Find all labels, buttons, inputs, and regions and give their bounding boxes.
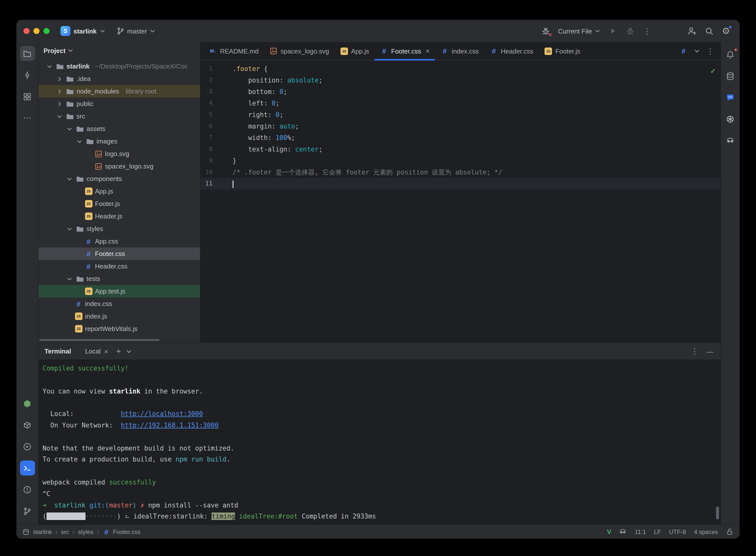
chevron-down-icon[interactable] [66,276,73,282]
chevron-right-icon[interactable] [56,76,64,82]
minimize-window-button[interactable] [34,28,39,34]
tab-footer-js[interactable]: JSFooter.js [539,42,586,60]
more-actions-icon[interactable]: ⋮ [641,25,653,37]
line-separator[interactable]: LF [654,528,661,535]
chevron-down-icon[interactable] [66,176,73,182]
tree-item-reportwebvitals-js[interactable]: JSreportWebVitals.js [38,322,200,335]
tree-item-starlink[interactable]: starlink~/Desktop/Projects/SpaceX/Coc [38,60,200,72]
tree-item-footer-css[interactable]: #Footer.css [38,247,200,260]
tree-item-footer-js[interactable]: JSFooter.js [38,198,200,210]
caret-position[interactable]: 11:1 [635,528,646,535]
new-terminal-button[interactable]: + [116,347,121,355]
breadcrumb-item-src[interactable]: src [61,528,69,535]
tab-app-js[interactable]: JSApp.js [335,42,375,60]
chevron-right-icon[interactable] [56,101,64,107]
tree-item-index-css[interactable]: #index.css [38,298,200,310]
chevron-down-icon[interactable] [75,138,83,144]
project-selector[interactable]: S starlink [58,25,109,37]
terminal-scrollbar[interactable] [716,507,719,520]
chevron-down-icon[interactable] [66,226,73,232]
tree-item-header-css[interactable]: #Header.css [38,260,200,273]
tab-index-css[interactable]: #index.css [435,42,484,60]
debugger-disabled-icon[interactable]: × [539,25,552,37]
copilot-status-icon[interactable] [619,528,627,535]
database-button[interactable] [723,69,738,83]
tree-item-assets[interactable]: assets [38,123,200,135]
tree-item-app-js[interactable]: JSApp.js [38,185,200,198]
tree-item-logo-svg[interactable]: logo.svg [38,147,200,160]
tab-footer-css[interactable]: #Footer.css× [375,42,435,60]
tree-item-images[interactable]: images [38,135,200,147]
terminal-url-link[interactable]: http://localhost:3000 [121,410,203,417]
run-button[interactable] [607,25,619,37]
tree-item-public[interactable]: public [38,98,200,110]
debug-button[interactable] [623,25,637,37]
version-control-button[interactable] [20,503,35,519]
breadcrumb-item-styles[interactable]: styles [78,528,93,535]
chevron-right-icon[interactable] [56,88,64,94]
terminal-url-link[interactable]: http://192.168.1.151:3000 [121,421,218,429]
more-button[interactable]: ⋯ [20,110,35,126]
code-area[interactable]: 1.footer {2 position: absolute;3 bottom:… [201,61,721,343]
tree-item-header-js[interactable]: JSHeader.js [38,210,200,222]
hide-terminal-icon[interactable]: — [707,348,714,355]
chevron-down-icon[interactable] [126,348,132,354]
green-v-icon[interactable]: V [607,528,611,535]
tree-item-spacex-logo-svg[interactable]: spacex_logo.svg [38,160,200,173]
run-config-selector[interactable]: Current File [556,27,603,35]
packages-button[interactable] [20,417,35,432]
node-button[interactable] [20,396,35,411]
tree-item-styles[interactable]: styles [38,222,200,235]
chevron-down-icon[interactable] [66,126,73,132]
tree-item-src[interactable]: src [38,110,200,123]
tree-item-tests[interactable]: tests [38,273,200,285]
terminal-output[interactable]: Compiled successfully! You can now view … [38,359,721,524]
project-panel-header[interactable]: Project [38,42,200,59]
tree-item-node-modules[interactable]: node_moduleslibrary root [38,85,200,98]
terminal-tab-local[interactable]: Local × [82,343,111,359]
structure-button[interactable] [20,89,35,104]
chevron-down-icon[interactable] [694,48,700,54]
openai-button[interactable] [723,111,738,127]
unlock-icon[interactable] [726,528,733,535]
breadcrumb-label: src [61,528,69,535]
ai-chat-button[interactable] [723,90,738,105]
breadcrumb-item-footer-css[interactable]: #Footer.css [102,528,140,536]
more-tabs-icon[interactable]: ⋮ [707,47,714,55]
tree-item-components[interactable]: components [38,173,200,185]
inspections-ok-icon[interactable]: ✓ [710,67,716,75]
terminal-button[interactable] [20,460,35,476]
add-user-icon[interactable] [686,25,698,37]
settings-badge [728,26,732,29]
file-encoding[interactable]: UTF-8 [669,528,686,535]
run-config-label: Current File [558,27,592,35]
terminal-panel-title[interactable]: Terminal [44,347,71,355]
notifications-button[interactable] [723,47,738,62]
hidden-tab-icon[interactable]: # [680,47,687,55]
close-window-button[interactable] [24,28,30,34]
settings-icon[interactable]: ⚙ [720,25,732,37]
tree-item-index-js[interactable]: JSindex.js [38,310,200,322]
zoom-window-button[interactable] [43,28,49,34]
chevron-down-icon[interactable] [45,63,54,69]
close-icon[interactable]: × [104,348,108,355]
problems-button[interactable] [20,482,35,497]
project-folder-button[interactable] [20,46,35,61]
tab-readme-md[interactable]: M↓README.md [204,42,264,60]
run-button[interactable] [20,439,35,454]
tree-item-app-css[interactable]: #App.css [38,235,200,247]
horizontal-scrollbar[interactable] [39,339,160,341]
tree-item-idea[interactable]: .idea [38,72,200,85]
copilot-button[interactable] [723,133,738,148]
close-tab-icon[interactable]: × [426,47,430,55]
terminal-options-icon[interactable]: ⋮ [691,347,698,355]
branch-selector[interactable]: master [117,27,156,35]
indent-setting[interactable]: 4 spaces [694,528,718,535]
tree-item-app-test-js[interactable]: JSApp.test.js [38,285,200,298]
tab-header-css[interactable]: #Header.css [484,42,539,60]
chevron-down-icon[interactable] [56,113,64,119]
search-icon[interactable] [702,25,716,37]
commit-button[interactable] [20,68,35,82]
breadcrumb-item-starlink[interactable]: starlink [33,528,52,535]
tab-spacex-logo-svg[interactable]: spacex_logo.svg [264,42,335,60]
